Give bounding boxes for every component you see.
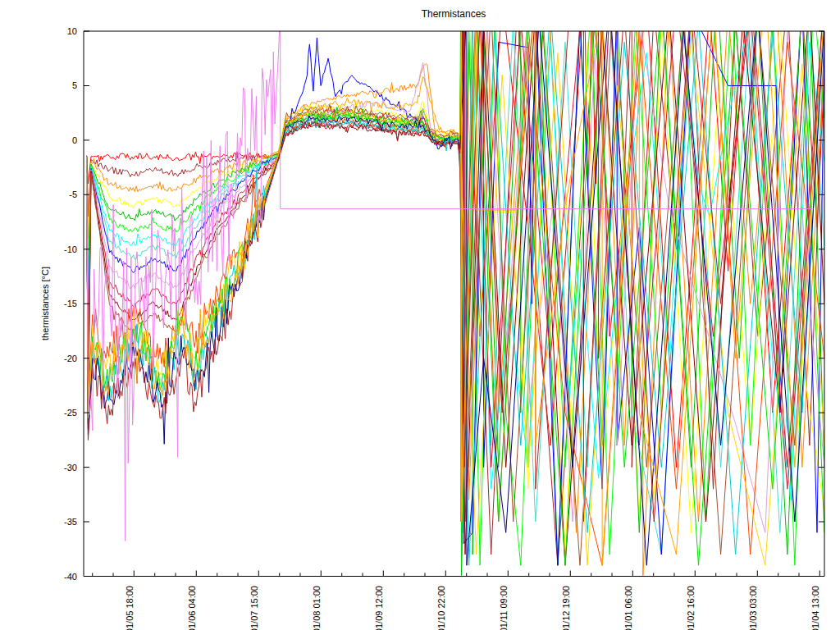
y-axis-title: thermistances [°C]	[40, 267, 50, 340]
plot-canvas: Thermistances thermistances [°C] 1050-5-…	[0, 0, 840, 630]
y-tick-label: -25	[64, 408, 77, 418]
y-tick-label: 5	[72, 80, 77, 90]
y-tick-label: -40	[64, 572, 77, 582]
y-tick-label: 10	[67, 26, 77, 36]
y-tick-label: -30	[64, 463, 77, 472]
x-tick-label: 01/05 18:00	[125, 586, 135, 630]
series-lines	[87, 0, 824, 577]
gnuplot-chart-window: Thermistances thermistances [°C] 1050-5-…	[0, 0, 840, 630]
chart-title: Thermistances	[422, 8, 486, 20]
x-tick-label: 01/03 03:00	[748, 586, 758, 630]
x-tick-label: 01/01 06:00	[623, 586, 633, 630]
y-tick-label: -15	[64, 299, 77, 308]
y-tick-label: -20	[64, 354, 77, 363]
x-tick-label: 01/09 12:00	[374, 586, 384, 630]
y-tick-label: -10	[64, 244, 77, 254]
x-tick-label: 01/06 04:00	[187, 586, 197, 630]
x-tick-label: 01/07 15:00	[249, 586, 259, 630]
x-tick-label: 01/11 09:00	[499, 586, 509, 630]
y-tick-label: -35	[64, 517, 77, 527]
x-tick-label: 01/10 22:00	[436, 586, 446, 630]
plot-area: 1050-5-10-15-20-25-30-35-4001/05 18:0001…	[64, 0, 824, 630]
x-tick-label: 01/04 13:00	[810, 586, 820, 630]
x-tick-label: 01/02 16:00	[686, 586, 696, 630]
x-tick-label: 01/08 01:00	[312, 586, 322, 630]
y-tick-label: -5	[69, 189, 77, 199]
plot-border	[84, 31, 824, 577]
y-tick-label: 0	[72, 135, 77, 145]
x-tick-label: 01/12 19:00	[561, 586, 571, 630]
series-line-line02	[87, 0, 824, 565]
